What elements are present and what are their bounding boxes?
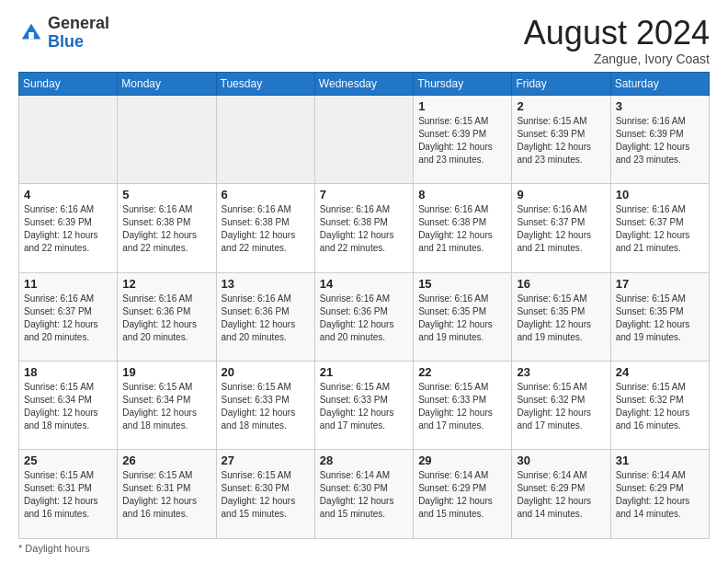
weekday-header-cell: Tuesday [216, 72, 314, 95]
weekday-header-cell: Wednesday [314, 72, 413, 95]
day-number: 3 [616, 99, 704, 113]
logo: General Blue [18, 15, 109, 52]
day-number: 4 [24, 188, 112, 201]
day-number: 11 [24, 277, 112, 291]
calendar-body: 1 Sunrise: 6:15 AM Sunset: 6:39 PM Dayli… [19, 95, 710, 538]
weekday-header-cell: Monday [118, 72, 216, 95]
logo-general-text: General [48, 14, 109, 32]
day-number: 9 [517, 188, 605, 201]
weekday-header-cell: Friday [512, 72, 610, 95]
calendar-day-cell: 18 Sunrise: 6:15 AM Sunset: 6:34 PM Dayl… [19, 362, 118, 450]
calendar-day-cell: 16 Sunrise: 6:15 AM Sunset: 6:35 PM Dayl… [512, 272, 610, 361]
calendar-day-cell: 14 Sunrise: 6:16 AM Sunset: 6:36 PM Dayl… [314, 272, 413, 361]
calendar-day-cell: 8 Sunrise: 6:16 AM Sunset: 6:38 PM Dayli… [414, 184, 512, 272]
calendar-week-row: 18 Sunrise: 6:15 AM Sunset: 6:34 PM Dayl… [19, 362, 710, 450]
weekday-header-cell: Thursday [414, 72, 512, 95]
calendar-day-cell [216, 95, 314, 183]
logo-text: General Blue [48, 15, 109, 52]
calendar-day-cell: 13 Sunrise: 6:16 AM Sunset: 6:36 PM Dayl… [216, 272, 314, 361]
page: General Blue August 2024 Zangue, Ivory C… [0, 0, 728, 563]
day-number: 19 [122, 365, 210, 379]
day-info: Sunrise: 6:16 AM Sunset: 6:38 PM Dayligh… [320, 203, 408, 255]
calendar-day-cell: 12 Sunrise: 6:16 AM Sunset: 6:36 PM Dayl… [118, 272, 216, 361]
day-number: 16 [517, 277, 605, 291]
day-info: Sunrise: 6:15 AM Sunset: 6:32 PM Dayligh… [517, 381, 605, 432]
day-number: 21 [320, 365, 408, 379]
day-info: Sunrise: 6:15 AM Sunset: 6:33 PM Dayligh… [222, 381, 310, 432]
day-number: 2 [517, 99, 605, 113]
day-info: Sunrise: 6:16 AM Sunset: 6:39 PM Dayligh… [616, 115, 704, 167]
day-info: Sunrise: 6:15 AM Sunset: 6:31 PM Dayligh… [24, 469, 112, 521]
calendar-day-cell: 20 Sunrise: 6:15 AM Sunset: 6:33 PM Dayl… [216, 362, 314, 450]
calendar-day-cell: 23 Sunrise: 6:15 AM Sunset: 6:32 PM Dayl… [512, 362, 610, 450]
header: General Blue August 2024 Zangue, Ivory C… [18, 15, 710, 66]
day-number: 20 [222, 365, 310, 379]
calendar-day-cell: 22 Sunrise: 6:15 AM Sunset: 6:33 PM Dayl… [414, 362, 512, 450]
day-info: Sunrise: 6:15 AM Sunset: 6:32 PM Dayligh… [616, 381, 704, 432]
calendar-day-cell: 2 Sunrise: 6:15 AM Sunset: 6:39 PM Dayli… [512, 95, 610, 183]
weekday-header-row: SundayMondayTuesdayWednesdayThursdayFrid… [19, 72, 710, 95]
day-info: Sunrise: 6:16 AM Sunset: 6:36 PM Dayligh… [222, 293, 310, 344]
calendar-day-cell: 30 Sunrise: 6:14 AM Sunset: 6:29 PM Dayl… [512, 450, 610, 539]
day-info: Sunrise: 6:15 AM Sunset: 6:31 PM Dayligh… [122, 469, 210, 521]
calendar-week-row: 25 Sunrise: 6:15 AM Sunset: 6:31 PM Dayl… [19, 450, 710, 539]
calendar-day-cell: 3 Sunrise: 6:16 AM Sunset: 6:39 PM Dayli… [610, 95, 709, 183]
calendar-day-cell: 19 Sunrise: 6:15 AM Sunset: 6:34 PM Dayl… [118, 362, 216, 450]
footer-note: * Daylight hours [18, 543, 710, 554]
day-number: 6 [222, 188, 310, 201]
calendar-day-cell: 25 Sunrise: 6:15 AM Sunset: 6:31 PM Dayl… [19, 450, 118, 539]
calendar-day-cell: 27 Sunrise: 6:15 AM Sunset: 6:30 PM Dayl… [216, 450, 314, 539]
month-title: August 2024 [524, 15, 710, 52]
day-info: Sunrise: 6:15 AM Sunset: 6:33 PM Dayligh… [418, 381, 506, 432]
day-info: Sunrise: 6:16 AM Sunset: 6:35 PM Dayligh… [418, 293, 506, 344]
day-number: 12 [122, 277, 210, 291]
day-number: 31 [616, 454, 704, 467]
day-number: 26 [122, 454, 210, 467]
day-number: 14 [320, 277, 408, 291]
day-info: Sunrise: 6:16 AM Sunset: 6:37 PM Dayligh… [24, 293, 112, 344]
day-info: Sunrise: 6:16 AM Sunset: 6:38 PM Dayligh… [418, 203, 506, 255]
day-number: 29 [418, 454, 506, 467]
day-info: Sunrise: 6:15 AM Sunset: 6:39 PM Dayligh… [418, 115, 506, 167]
day-number: 15 [418, 277, 506, 291]
calendar-day-cell: 4 Sunrise: 6:16 AM Sunset: 6:39 PM Dayli… [19, 184, 118, 272]
day-info: Sunrise: 6:15 AM Sunset: 6:39 PM Dayligh… [517, 115, 605, 167]
calendar-day-cell: 10 Sunrise: 6:16 AM Sunset: 6:37 PM Dayl… [610, 184, 709, 272]
calendar-day-cell: 7 Sunrise: 6:16 AM Sunset: 6:38 PM Dayli… [314, 184, 413, 272]
day-info: Sunrise: 6:16 AM Sunset: 6:39 PM Dayligh… [24, 203, 112, 255]
calendar-day-cell: 31 Sunrise: 6:14 AM Sunset: 6:29 PM Dayl… [610, 450, 709, 539]
calendar-day-cell: 28 Sunrise: 6:14 AM Sunset: 6:30 PM Dayl… [314, 450, 413, 539]
day-number: 5 [122, 188, 210, 201]
day-info: Sunrise: 6:16 AM Sunset: 6:36 PM Dayligh… [122, 293, 210, 344]
logo-blue-text: Blue [48, 32, 84, 51]
day-info: Sunrise: 6:16 AM Sunset: 6:36 PM Dayligh… [320, 293, 408, 344]
day-number: 18 [24, 365, 112, 379]
day-number: 8 [418, 188, 506, 201]
day-info: Sunrise: 6:14 AM Sunset: 6:29 PM Dayligh… [616, 469, 704, 521]
day-info: Sunrise: 6:16 AM Sunset: 6:38 PM Dayligh… [122, 203, 210, 255]
calendar-day-cell: 17 Sunrise: 6:15 AM Sunset: 6:35 PM Dayl… [610, 272, 709, 361]
day-info: Sunrise: 6:15 AM Sunset: 6:34 PM Dayligh… [24, 381, 112, 432]
day-info: Sunrise: 6:16 AM Sunset: 6:38 PM Dayligh… [222, 203, 310, 255]
calendar-day-cell: 21 Sunrise: 6:15 AM Sunset: 6:33 PM Dayl… [314, 362, 413, 450]
day-info: Sunrise: 6:16 AM Sunset: 6:37 PM Dayligh… [517, 203, 605, 255]
calendar-day-cell: 9 Sunrise: 6:16 AM Sunset: 6:37 PM Dayli… [512, 184, 610, 272]
day-number: 24 [616, 365, 704, 379]
day-number: 10 [616, 188, 704, 201]
calendar-week-row: 11 Sunrise: 6:16 AM Sunset: 6:37 PM Dayl… [19, 272, 710, 361]
calendar-day-cell [314, 95, 413, 183]
calendar-table: SundayMondayTuesdayWednesdayThursdayFrid… [18, 72, 710, 539]
day-number: 28 [320, 454, 408, 467]
day-number: 17 [616, 277, 704, 291]
day-info: Sunrise: 6:15 AM Sunset: 6:30 PM Dayligh… [222, 469, 310, 521]
day-number: 27 [222, 454, 310, 467]
day-number: 7 [320, 188, 408, 201]
day-info: Sunrise: 6:14 AM Sunset: 6:30 PM Dayligh… [320, 469, 408, 521]
day-number: 25 [24, 454, 112, 467]
day-info: Sunrise: 6:16 AM Sunset: 6:37 PM Dayligh… [616, 203, 704, 255]
calendar-day-cell: 29 Sunrise: 6:14 AM Sunset: 6:29 PM Dayl… [414, 450, 512, 539]
calendar-day-cell: 6 Sunrise: 6:16 AM Sunset: 6:38 PM Dayli… [216, 184, 314, 272]
calendar-day-cell: 1 Sunrise: 6:15 AM Sunset: 6:39 PM Dayli… [414, 95, 512, 183]
weekday-header-cell: Sunday [19, 72, 118, 95]
calendar-week-row: 1 Sunrise: 6:15 AM Sunset: 6:39 PM Dayli… [19, 95, 710, 183]
